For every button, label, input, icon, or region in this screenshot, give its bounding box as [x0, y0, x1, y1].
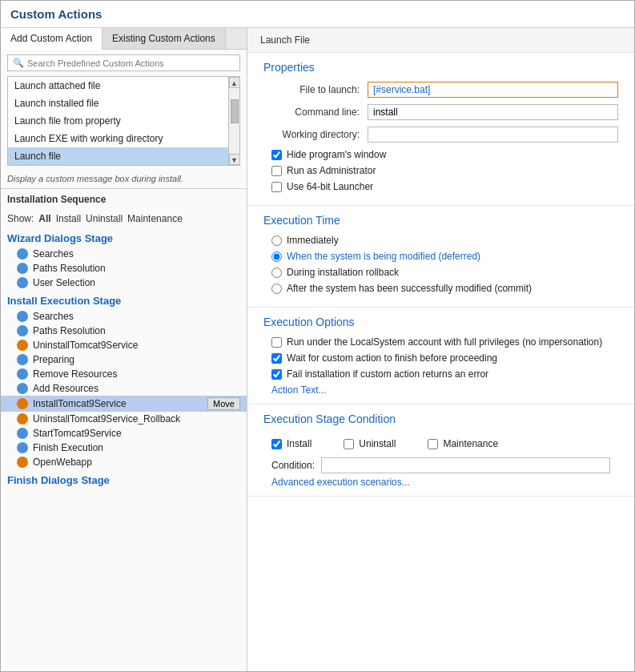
install-preparing[interactable]: Preparing: [1, 352, 247, 367]
icon-blue: [17, 383, 28, 394]
run-as-admin-checkbox[interactable]: [271, 166, 282, 176]
icon-blue: [17, 428, 28, 439]
install-searches[interactable]: Searches: [1, 309, 247, 324]
show-all[interactable]: All: [38, 213, 50, 224]
exec-options-section: Execution Options Run under the LocalSys…: [247, 308, 634, 404]
wait-for-action-checkbox[interactable]: [271, 353, 282, 364]
condition-row: Condition:: [263, 454, 618, 477]
radio-immediately: Immediately: [263, 235, 618, 246]
icon-blue: [17, 368, 28, 380]
install-uninstall-rollback[interactable]: UninstallTomcat9Service_Rollback: [1, 412, 247, 426]
scroll-up[interactable]: ▲: [229, 77, 240, 88]
install-start-tomcat-label: StartTomcat9Service: [33, 428, 122, 439]
condition-input[interactable]: [321, 457, 610, 473]
icon-blue: [17, 325, 28, 336]
uninstall-check: Uninstall: [344, 438, 396, 449]
install-add-resources-label: Add Resources: [33, 383, 98, 394]
working-dir-label: Working directory:: [263, 129, 368, 140]
wizard-user-label: User Selection: [33, 277, 95, 288]
icon-blue: [17, 311, 28, 322]
install-add-resources[interactable]: Add Resources: [1, 381, 247, 396]
install-rollback-label: UninstallTomcat9Service_Rollback: [33, 413, 180, 425]
wizard-stage-title: Wizard Dialogs Stage: [1, 227, 247, 247]
list-item[interactable]: Launch file from property: [8, 112, 228, 130]
install-paths[interactable]: Paths Resolution: [1, 324, 247, 338]
exec-stage-section: Execution Stage Condition Install Uninst…: [247, 404, 634, 497]
working-dir-input[interactable]: [368, 127, 618, 143]
tab-existing-custom-actions[interactable]: Existing Custom Actions: [102, 28, 226, 49]
list-item[interactable]: Launch EXE with working directory: [8, 130, 228, 147]
install-uninstall-tomcat9[interactable]: UninstallTomcat9Service: [1, 338, 247, 352]
run-localsystem-row: Run under the LocalSystem account with f…: [263, 336, 618, 348]
install-remove-resources[interactable]: Remove Resources: [1, 367, 247, 381]
install-open-webapp[interactable]: OpenWebapp: [1, 455, 247, 469]
exec-time-section: Execution Time Immediately When the syst…: [247, 206, 634, 308]
scroll-down[interactable]: ▼: [229, 154, 240, 165]
radio-commit-label: After the system has been successfully m…: [287, 283, 532, 294]
install-finish-label: Finish Execution: [33, 442, 103, 453]
wizard-paths-resolution[interactable]: Paths Resolution: [1, 261, 247, 276]
command-line-input[interactable]: [368, 104, 618, 120]
scroll-thumb[interactable]: [231, 99, 239, 123]
radio-rollback-input[interactable]: [271, 268, 282, 278]
radio-commit: After the system has been successfully m…: [263, 283, 618, 294]
fail-on-error-checkbox[interactable]: [271, 369, 282, 380]
list-item-selected[interactable]: Launch file: [8, 147, 228, 165]
maintenance-stage-label: Maintenance: [443, 438, 498, 449]
radio-deferred-input[interactable]: [271, 251, 282, 262]
radio-immediately-label: Immediately: [287, 235, 339, 246]
run-localsystem-checkbox[interactable]: [271, 337, 282, 348]
search-input[interactable]: [27, 58, 235, 68]
wait-for-action-label: Wait for custom action to finish before …: [287, 352, 497, 364]
install-stage: Install Execution Stage Searches Paths R…: [1, 290, 247, 469]
command-line-row: Command line:: [263, 104, 618, 120]
fail-on-error-label: Fail installation if custom action retur…: [287, 368, 488, 380]
right-header: Launch File: [247, 28, 634, 53]
exec-stage-checkboxes: Install Uninstall Maintenance: [263, 433, 618, 454]
sequence-header: Installation Sequence: [1, 189, 247, 210]
icon-orange: [17, 340, 28, 351]
use-64bit-checkbox[interactable]: [271, 182, 282, 192]
show-uninstall[interactable]: Uninstall: [86, 213, 123, 224]
install-tomcat9service[interactable]: InstallTomcat9Service Move: [1, 396, 247, 412]
icon-blue: [17, 277, 28, 288]
run-as-admin-row: Run as Administrator: [263, 165, 618, 176]
advanced-link[interactable]: Advanced execution scenarios...: [263, 477, 410, 488]
install-tomcat9service-label: InstallTomcat9Service: [33, 398, 127, 409]
show-install[interactable]: Install: [56, 213, 81, 224]
list-item[interactable]: Launch installed file: [8, 95, 228, 112]
show-maintenance[interactable]: Maintenance: [127, 213, 183, 224]
move-button[interactable]: Move: [207, 397, 240, 410]
uninstall-stage-label: Uninstall: [359, 438, 396, 449]
tab-add-custom-action[interactable]: Add Custom Action: [1, 28, 102, 50]
icon-orange: [17, 398, 28, 409]
uninstall-stage-checkbox[interactable]: [344, 439, 354, 449]
exec-stage-title: Execution Stage Condition: [263, 412, 618, 425]
wizard-user-selection[interactable]: User Selection: [1, 276, 247, 290]
install-start-tomcat9[interactable]: StartTomcat9Service: [1, 426, 247, 441]
wizard-searches[interactable]: Searches: [1, 247, 247, 261]
file-to-launch-label: File to launch:: [263, 84, 368, 95]
radio-deferred-label: When the system is being modified (defer…: [287, 251, 480, 262]
install-finish-execution[interactable]: Finish Execution: [1, 441, 247, 455]
radio-commit-input[interactable]: [271, 284, 282, 294]
file-to-launch-input[interactable]: [368, 82, 618, 98]
install-stage-checkbox[interactable]: [271, 439, 282, 449]
maintenance-stage-checkbox[interactable]: [428, 439, 438, 449]
scrollbar-vertical[interactable]: ▲ ▼: [228, 77, 239, 165]
action-text-link[interactable]: Action Text...: [263, 384, 326, 396]
list-item[interactable]: Launch attached file: [8, 77, 228, 95]
install-uninstall-tomcat9-label: UninstallTomcat9Service: [33, 340, 138, 351]
run-localsystem-label: Run under the LocalSystem account with f…: [287, 336, 602, 348]
icon-blue: [17, 354, 28, 365]
icon-orange: [17, 457, 28, 468]
icon-blue: [17, 442, 28, 453]
install-stage-label: Install: [287, 438, 311, 449]
hide-window-checkbox[interactable]: [271, 150, 282, 160]
install-searches-label: Searches: [33, 311, 74, 322]
working-dir-row: Working directory:: [263, 127, 618, 143]
radio-immediately-input[interactable]: [271, 235, 282, 246]
hide-window-row: Hide program's window: [263, 149, 618, 160]
radio-rollback-label: During installation rollback: [287, 267, 399, 278]
hide-window-label: Hide program's window: [287, 149, 386, 160]
